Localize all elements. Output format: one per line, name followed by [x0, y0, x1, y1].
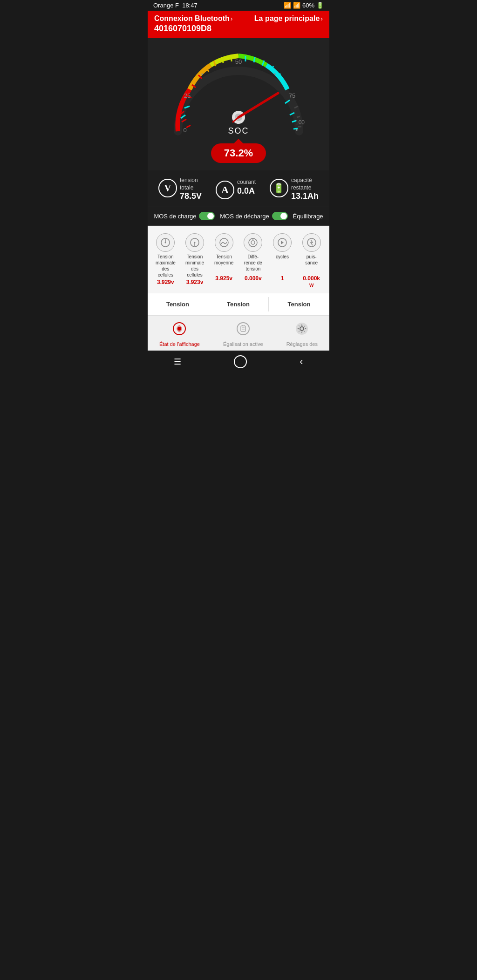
mos-charge-toggle[interactable] [199, 212, 215, 220]
stats-section: Tensionmaximaledescellules 3.929v Tensio… [148, 226, 329, 293]
metrics-row: V tensiontotale 78.5V A courant 0.0A 🔋 c… [148, 170, 329, 207]
mos-discharge-label: MOS de décharge [220, 213, 269, 220]
main-page-link[interactable]: La page principale › [254, 14, 323, 23]
metric-current: A courant 0.0A [216, 179, 256, 199]
android-back-button[interactable]: ‹ [300, 356, 303, 368]
svg-text:•: • [274, 71, 276, 78]
bluetooth-link[interactable]: Connexion Bluetooth › [154, 14, 232, 23]
device-id: 4016070109D8 [154, 24, 323, 34]
nav-equalization-label: Égalisation active [223, 341, 263, 347]
bottom-nav: État de l'affichage Égalisation active [148, 315, 329, 351]
svg-point-51 [237, 323, 249, 335]
capacity-value: 13.1Ah [291, 191, 319, 201]
stat-cycles-value: 1 [281, 275, 284, 282]
svg-text:25: 25 [184, 92, 191, 99]
signal-icon: 📶 [293, 2, 300, 9]
mos-equalization-label: Équilibrage [293, 213, 323, 220]
stat-avg-cell[interactable]: Tensionmoyenne 3.925v [210, 233, 238, 288]
tension-label-0: Tension [166, 301, 189, 308]
svg-text:SOC: SOC [228, 126, 249, 135]
current-value: 0.0A [237, 186, 256, 196]
stat-min-cell-value: 3.923v [186, 279, 204, 285]
android-home-button[interactable] [234, 355, 247, 368]
svg-point-42 [194, 242, 195, 243]
stat-power[interactable]: puis-sance 0.000kw [297, 233, 326, 288]
nav-display-state[interactable]: État de l'affichage [159, 321, 200, 347]
stat-cycles[interactable]: cycles 1 [268, 233, 297, 288]
current-label: courant [237, 179, 256, 186]
gauge-section: 75 • 50 • 25 0 • 100 SOC 73.2% [148, 38, 329, 170]
stat-cycles-icon [273, 233, 292, 252]
svg-point-45 [251, 241, 255, 244]
stat-diff-value: 0.006v [245, 275, 262, 282]
svg-line-4 [186, 125, 191, 128]
mos-discharge-toggle[interactable] [272, 212, 288, 220]
stat-diff-icon [244, 233, 262, 252]
stat-power-label: puis-sance [305, 254, 318, 274]
stat-avg-cell-value: 3.925v [215, 275, 232, 282]
stat-diff[interactable]: Diffé-rence detension 0.006v [239, 233, 267, 288]
tension-item-1[interactable]: Tension [208, 297, 269, 311]
nav-settings-label: Réglages des [286, 341, 318, 347]
mos-charge-label: MOS de charge [154, 213, 196, 220]
stat-diff-label: Diffé-rence detension [244, 254, 262, 274]
svg-text:0: 0 [183, 127, 186, 134]
nav-display-icon [172, 321, 187, 339]
svg-text:50: 50 [235, 58, 242, 65]
tension-section: Tension Tension Tension [148, 293, 329, 315]
nav-equalization-icon [236, 321, 251, 339]
android-recent-button[interactable]: ☰ [174, 357, 181, 367]
android-nav: ☰ ‹ [148, 351, 329, 373]
stat-avg-cell-label: Tensionmoyenne [214, 254, 233, 274]
mos-discharge: MOS de décharge [220, 212, 288, 220]
stat-min-cell-label: Tensionminimaledescellules [185, 254, 204, 278]
capacity-icon: 🔋 [270, 179, 288, 197]
tension-item-0[interactable]: Tension [148, 297, 208, 311]
soc-percentage: 73.2% [211, 143, 266, 163]
nav-settings-icon [294, 321, 309, 339]
battery-icon: 🔋 [316, 2, 324, 9]
mos-equalization: Équilibrage [293, 213, 323, 220]
voltage-value: 78.5V [180, 191, 202, 201]
gauge-svg: 75 • 50 • 25 0 • 100 SOC [164, 43, 313, 145]
tension-label-1: Tension [227, 301, 250, 308]
mos-charge: MOS de charge [154, 212, 215, 220]
stat-avg-cell-icon [215, 233, 233, 252]
svg-line-10 [254, 57, 255, 62]
current-icon: A [216, 181, 234, 199]
metric-capacity: 🔋 capacitérestante 13.1Ah [270, 177, 319, 201]
nav-settings[interactable]: Réglages des [286, 321, 318, 347]
voltage-icon: V [158, 179, 177, 197]
stat-max-cell-value: 3.929v [157, 279, 174, 285]
svg-text:75: 75 [289, 92, 295, 99]
mos-row: MOS de charge MOS de décharge Équilibrag… [148, 207, 329, 226]
svg-line-15 [222, 57, 223, 63]
stat-min-cell-icon [185, 233, 204, 252]
status-bar: Orange F 18:47 📶 📶 60% 🔋 [148, 0, 329, 11]
tension-item-2[interactable]: Tension [269, 297, 329, 311]
svg-text:•: • [296, 127, 298, 134]
nav-display-label: État de l'affichage [159, 341, 200, 347]
svg-line-34 [238, 93, 278, 117]
main-page-chevron: › [320, 15, 323, 22]
stat-max-cell-icon [156, 233, 175, 252]
tension-grid: Tension Tension Tension [148, 297, 329, 311]
svg-point-50 [177, 327, 181, 331]
svg-rect-52 [241, 326, 245, 331]
metric-voltage: V tensiontotale 78.5V [158, 177, 202, 201]
stat-power-icon [302, 233, 321, 252]
tension-label-2: Tension [288, 301, 311, 308]
bluetooth-chevron: › [231, 15, 233, 22]
nav-equalization[interactable]: Égalisation active [223, 321, 263, 347]
stat-power-value: 0.000kw [303, 275, 320, 288]
svg-point-39 [165, 242, 166, 243]
wifi-icon: 📶 [284, 2, 291, 9]
battery-label: 60% [302, 2, 314, 9]
svg-line-22 [297, 116, 300, 117]
stat-max-cell-label: Tensionmaximaledescellules [156, 254, 176, 278]
stat-min-cell[interactable]: Tensionminimaledescellules 3.923v [181, 233, 209, 288]
svg-text:100: 100 [295, 119, 305, 126]
header: Connexion Bluetooth › La page principale… [148, 11, 329, 38]
stat-max-cell[interactable]: Tensionmaximaledescellules 3.929v [151, 233, 180, 288]
carrier-time: Orange F 18:47 [153, 2, 198, 9]
